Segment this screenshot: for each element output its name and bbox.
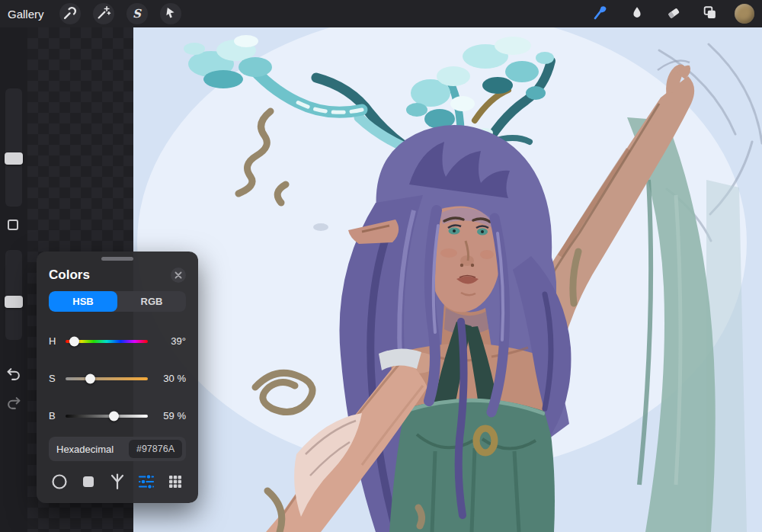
undo-button[interactable] (5, 366, 23, 384)
saturation-label: S (49, 373, 61, 384)
color-mode-disc-button[interactable] (50, 473, 69, 492)
brightness-knob[interactable] (109, 411, 119, 421)
color-mode-classic-button[interactable] (78, 473, 98, 492)
top-toolbar: Gallery S (0, 0, 762, 27)
harmony-icon (108, 473, 126, 493)
saturation-value: 30 % (155, 373, 186, 384)
panel-drag-handle[interactable] (101, 257, 133, 261)
brightness-slider[interactable] (66, 415, 148, 418)
color-mode-palettes-button[interactable] (165, 473, 185, 492)
hex-value-field[interactable]: #97876A (129, 440, 182, 458)
canvas[interactable] (133, 27, 762, 532)
brush-size-handle[interactable] (5, 152, 23, 165)
undo-arrow-icon (5, 366, 22, 385)
dress (389, 399, 555, 532)
selection-s-icon: S (133, 8, 141, 20)
opacity-slider[interactable] (5, 250, 22, 340)
close-button[interactable] (171, 268, 186, 283)
hue-slider[interactable] (66, 340, 148, 343)
eraser-icon (665, 5, 682, 24)
panel-header: Colors (49, 266, 186, 284)
layers-icon (702, 5, 719, 24)
classic-square-icon (79, 473, 98, 493)
magic-wand-icon (95, 5, 112, 24)
hexadecimal-row: Hexadecimal #97876A (49, 437, 186, 461)
palettes-grid-icon (166, 473, 184, 493)
toolbar-left-group: Gallery S (8, 3, 181, 24)
color-mode-harmony-button[interactable] (107, 473, 127, 492)
color-mode-tabs: HSB RGB (49, 291, 186, 312)
redo-button[interactable] (5, 395, 23, 413)
value-sliders-icon (137, 473, 155, 493)
hue-knob[interactable] (69, 336, 79, 346)
brush-icon (591, 4, 610, 24)
saturation-knob[interactable] (85, 373, 95, 383)
redo-arrow-icon (5, 395, 22, 414)
active-color-swatch[interactable] (735, 4, 754, 24)
transform-button[interactable] (160, 3, 181, 24)
hue-label: H (49, 335, 61, 347)
toolbar-right-group (588, 2, 754, 25)
brightness-label: B (49, 410, 61, 421)
wrench-icon (62, 5, 78, 24)
erase-tool-button[interactable] (661, 2, 686, 25)
panel-title: Colors (49, 268, 90, 283)
hexadecimal-label: Hexadecimal (56, 444, 114, 455)
color-mode-value-button[interactable] (136, 473, 156, 492)
close-icon (174, 270, 182, 281)
brightness-value: 59 % (155, 410, 186, 421)
gallery-button[interactable]: Gallery (8, 8, 44, 21)
color-panel-modes (49, 473, 186, 492)
selection-button[interactable]: S (126, 3, 148, 24)
artwork (133, 27, 762, 532)
opacity-handle[interactable] (5, 296, 23, 308)
modify-button[interactable] (8, 220, 18, 230)
colors-panel: Colors HSB RGB H 39° S 30 % (37, 252, 198, 503)
hue-slider-row: H 39° (49, 322, 186, 360)
actions-button[interactable] (59, 3, 81, 24)
side-toolbar (0, 27, 27, 532)
procreate-window: Gallery S (0, 0, 762, 532)
layers-button[interactable] (698, 2, 722, 25)
brightness-slider-row: B 59 % (49, 397, 186, 434)
hue-value: 39° (155, 335, 186, 347)
paint-tool-button[interactable] (588, 2, 613, 25)
transform-arrow-icon (163, 5, 178, 23)
brush-size-slider[interactable] (5, 88, 22, 207)
tab-rgb[interactable]: RGB (117, 291, 186, 312)
smudge-tool-button[interactable] (625, 2, 649, 25)
disc-icon (50, 473, 69, 493)
adjustments-button[interactable] (93, 3, 114, 24)
tab-hsb[interactable]: HSB (49, 291, 117, 312)
smudge-icon (629, 5, 645, 24)
saturation-slider-row: S 30 % (49, 360, 186, 397)
saturation-slider[interactable] (66, 377, 148, 380)
